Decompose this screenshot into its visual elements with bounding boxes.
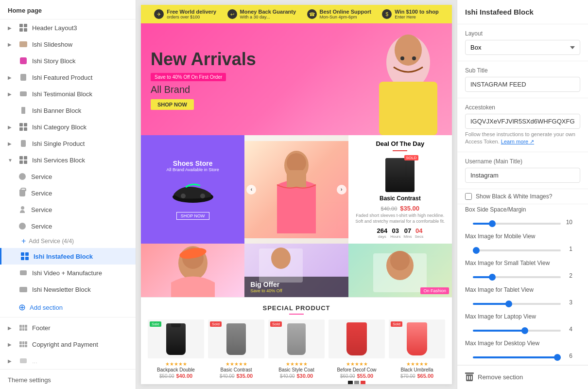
trash-icon bbox=[465, 372, 474, 382]
add-section-button[interactable]: ⊕ Add section bbox=[0, 300, 136, 315]
top-bar: ✈ Free World delivery orders over $100 ↩… bbox=[141, 5, 452, 23]
instafeed-icon bbox=[20, 251, 30, 261]
left-arrow[interactable]: ‹ bbox=[246, 185, 256, 194]
box-space-slider[interactable] bbox=[473, 223, 561, 225]
dress-image bbox=[287, 323, 306, 355]
sidebar-item-newsletter[interactable]: Ishi Newsletter Block bbox=[0, 281, 136, 298]
product-image: Sold bbox=[268, 319, 325, 358]
laptop-slider[interactable] bbox=[473, 330, 561, 332]
subtitle-label: Sub Title bbox=[465, 67, 580, 74]
product-stars: ★★★★★ bbox=[268, 361, 325, 367]
mobile-view-section: Max Image for Mobile View 1 bbox=[457, 231, 588, 258]
sidebar-title: Home page bbox=[0, 0, 136, 19]
subtitle-input[interactable] bbox=[465, 77, 580, 92]
desktop-value: 6 bbox=[565, 353, 572, 359]
sidebar-item-svc1[interactable]: Service bbox=[0, 168, 136, 185]
product-name: Backpack Double bbox=[148, 367, 204, 373]
sidebar-item-footer[interactable]: ▶ Footer bbox=[0, 319, 136, 336]
fashion-card: ‹ › bbox=[244, 135, 348, 244]
sidebar-item-copyright[interactable]: ▶ Copyright and Payment bbox=[0, 336, 136, 353]
special-section: SPECIAL PRODUCT Sale ★★★★★ Backpack Doub… bbox=[141, 297, 452, 384]
tablet-slider[interactable] bbox=[473, 303, 561, 305]
story-icon bbox=[18, 56, 28, 66]
bw-checkbox[interactable] bbox=[465, 193, 472, 200]
small-tablet-slider[interactable] bbox=[473, 276, 561, 278]
product-item: Sale ★★★★★ Backpack Double $50.00 $40.00 bbox=[148, 319, 204, 384]
desktop-label: Max Image for Desktop View bbox=[465, 340, 580, 347]
panel-subtitle-section: Sub Title bbox=[457, 61, 588, 98]
add-service-button[interactable]: + Add Service (4/4) bbox=[0, 234, 136, 248]
sidebar-item-extra[interactable]: ▶ ... bbox=[0, 353, 136, 369]
accesstoken-input[interactable] bbox=[465, 114, 580, 129]
sidebar-item-story[interactable]: Ishi Story Block bbox=[0, 53, 136, 69]
product-item: Sold ★★★★★ Basic Contrast $40.00 $35.00 bbox=[208, 319, 264, 384]
right-arrow[interactable]: › bbox=[337, 185, 346, 194]
bw-label: Show Black & White Images? bbox=[476, 193, 552, 200]
remove-label: Remove section bbox=[478, 373, 523, 381]
learn-more-link[interactable]: Learn more ↗ bbox=[501, 139, 534, 144]
product-cards-row: Shoes Store All Brand Available in Store… bbox=[141, 135, 452, 244]
dress-image bbox=[346, 322, 367, 355]
desktop-slider[interactable] bbox=[473, 356, 561, 358]
sidebar-item-testimonial[interactable]: ▶ Ishi Testimonial Block bbox=[0, 86, 136, 102]
panel-username-section: Username (Main Title) bbox=[457, 152, 588, 189]
product-stars: ★★★★★ bbox=[148, 361, 204, 367]
box-space-slider-row: 10 bbox=[465, 216, 580, 229]
mobile-slider-row: 1 bbox=[465, 243, 580, 256]
hero-banner: New Arrivals Save to 40% Off On First Or… bbox=[141, 23, 452, 135]
layout-select[interactable]: Box Full Width bbox=[465, 40, 580, 55]
category-icon bbox=[18, 122, 28, 132]
svc3-icon bbox=[17, 205, 27, 214]
sidebar-item-svc2[interactable]: Service bbox=[0, 185, 136, 201]
product-image: Sale bbox=[148, 319, 204, 358]
sidebar-item-svc3[interactable]: Service bbox=[0, 201, 136, 218]
product-item: Sold ★★★★★ Basic Style Coat $40.00 $30.0… bbox=[268, 319, 325, 384]
tablet-label: Max Image for Tablet View bbox=[465, 286, 580, 293]
sidebar-item-category[interactable]: ▶ Ishi Category Block bbox=[0, 119, 136, 135]
product-colors bbox=[329, 381, 385, 384]
laptop-section: Max Image for Laptop View 4 bbox=[457, 311, 588, 338]
deal-product-image: SOLD bbox=[385, 158, 415, 192]
support-icon: ☎ bbox=[307, 9, 317, 19]
layout-icon bbox=[18, 23, 28, 33]
bw-checkbox-row: Show Black & White Images? bbox=[457, 189, 588, 204]
sidebar-item-header[interactable]: ▶ Header Layout3 bbox=[0, 19, 136, 36]
sidebar-item-svc4[interactable]: Service bbox=[0, 218, 136, 234]
remove-section-button[interactable]: Remove section bbox=[457, 365, 588, 389]
small-tablet-slider-row: 2 bbox=[465, 269, 580, 283]
offer-row: Big Offer Save to 40% Off On Fashion bbox=[141, 244, 452, 297]
hero-button[interactable]: SHOP NOW bbox=[151, 99, 194, 110]
svg-point-9 bbox=[287, 153, 306, 173]
special-title: SPECIAL PRODUCT bbox=[148, 304, 445, 312]
sidebar-item-services[interactable]: ▼ Ishi Services Block bbox=[0, 152, 136, 168]
username-input[interactable] bbox=[465, 168, 580, 183]
preview-frame: ✈ Free World delivery orders over $100 ↩… bbox=[141, 5, 452, 384]
plus-circle-icon: ⊕ bbox=[18, 303, 26, 312]
sidebar-item-banner[interactable]: Ishi Banner Block bbox=[0, 102, 136, 119]
topbar-item-2: ↩ Money Back Guaranty With a 30 day... bbox=[227, 9, 296, 19]
testimonial-icon bbox=[18, 89, 28, 99]
sidebar-item-single[interactable]: ▶ Ishi Single Product bbox=[0, 135, 136, 152]
laptop-label: Max Image for Laptop View bbox=[465, 313, 580, 320]
sidebar-item-featured[interactable]: ▶ Ishi Featured Product bbox=[0, 69, 136, 86]
hero-subtitle: All Brand bbox=[151, 84, 442, 95]
svc1-icon bbox=[17, 172, 27, 181]
topbar-item-4: $ Win $100 to shop Enter Here bbox=[382, 9, 438, 19]
sidebar-item-video[interactable]: Ishi Video + Manufacture bbox=[0, 265, 136, 281]
desktop-section: Max Image for Desktop View 6 bbox=[457, 338, 588, 365]
deal-card: Deal Of The Day SOLD Basic Contrast $40.… bbox=[348, 135, 452, 244]
slideshow-icon bbox=[18, 39, 28, 49]
sidebar-item-slideshow[interactable]: ▶ Ishi Slideshow bbox=[0, 36, 136, 53]
toggle-icon: ▶ bbox=[8, 124, 14, 130]
panel-accesstoken-section: Accestoken Follow these instructions to … bbox=[457, 98, 588, 152]
products-row: Sale ★★★★★ Backpack Double $50.00 $40.00… bbox=[148, 319, 445, 384]
mobile-slider[interactable] bbox=[473, 249, 561, 251]
win-icon: $ bbox=[382, 9, 392, 19]
sidebar-item-instafeed[interactable]: Ishi Instafeed Block bbox=[0, 248, 136, 265]
topbar-item-3: ☎ Best Online Support Mon-Sun 4pm-6pm bbox=[307, 9, 371, 19]
topbar-item-1: ✈ Free World delivery orders over $100 bbox=[154, 9, 216, 19]
theme-settings[interactable]: Theme settings bbox=[0, 369, 136, 389]
plus-icon: + bbox=[21, 237, 26, 246]
featured-icon bbox=[18, 72, 28, 82]
offer-card-1 bbox=[141, 244, 244, 297]
